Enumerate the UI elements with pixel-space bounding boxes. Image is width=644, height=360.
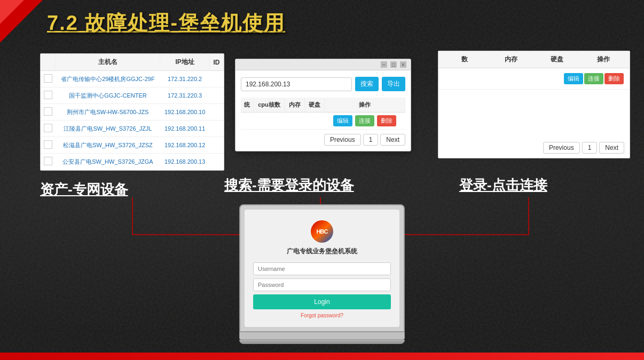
connect-button[interactable]: 连接 [355,115,374,126]
bottom-bar [0,353,644,360]
right-delete-button[interactable]: 删除 [604,73,624,84]
laptop-base [239,332,405,340]
corner-decoration [0,0,43,43]
ip-cell: 172.31.220.3 [160,87,209,104]
hostname-cell[interactable]: 省广电传输中心29楼机房GGJC-29F [56,71,160,87]
password-field[interactable] [253,278,391,291]
page-title: 7.2 故障处理-堡垒机使用 [47,10,285,37]
checkbox[interactable] [44,74,52,83]
hostname-cell[interactable]: 公安县广电SW_HW_S3726_JZGA [56,154,160,170]
col-stats: 统 [241,98,253,113]
edit-button[interactable]: 编辑 [333,115,352,126]
checkbox[interactable] [44,124,52,132]
right-edit-button[interactable]: 编辑 [564,73,583,84]
col-ops: 操作 [580,55,627,64]
search-pagination: Previous 1 Next [241,134,405,146]
previous-button[interactable]: Previous [324,134,361,146]
login-logo: HBC [311,220,333,243]
delete-button[interactable]: 删除 [377,115,396,126]
table-row: 公安县广电SW_HW_S3726_JZGA 192.168.200.13 [41,154,224,170]
login-button[interactable]: Login [253,294,391,309]
username-field[interactable] [253,262,391,275]
col-disk: 硬盘 [304,98,324,113]
search-titlebar: − □ × [235,59,411,70]
col-hostname: 主机名 [56,54,160,71]
search-label: 搜索-需要登录的设备 [224,176,354,195]
ip-cell: 192.168.200.10 [160,104,209,121]
col-checkbox [41,54,56,71]
laptop-stand [239,340,405,344]
col-ip: IP地址 [160,54,209,71]
search-input[interactable] [241,77,352,91]
next-button[interactable]: Next [380,134,405,146]
checkbox[interactable] [44,91,52,99]
hostname-cell[interactable]: 江陵县广电SW_HW_S3726_JZJL [56,121,160,137]
hostname-cell[interactable]: 松滋县广电SW_HW_S3726_JZSZ [56,137,160,154]
right-panel: 数 内存 硬盘 操作 编辑 连接 删除 Previous 1 Next [438,51,630,158]
hostname-cell[interactable]: 国干监测中心GGJC-CENTER [56,87,160,104]
minimize-btn[interactable]: − [381,61,387,68]
table-row: 编辑 连接 删除 [241,113,405,130]
search-button[interactable]: 搜索 [355,77,379,91]
col-disk: 硬盘 [534,55,580,64]
maximize-btn[interactable]: □ [390,61,397,68]
login-label: 登录-点击连接 [459,176,547,195]
checkbox[interactable] [44,140,52,149]
table-row: 松滋县广电SW_HW_S3726_JZSZ 192.168.200.12 [41,137,224,154]
page-wrapper: 7.2 故障处理-堡垒机使用 主机名 IP地址 ID 省广电传输中心29楼机房G… [0,0,644,360]
table-row: 江陵县广电SW_HW_S3726_JZJL 192.168.200.11 [41,121,224,137]
page-number: 1 [363,134,379,146]
ip-cell: 192.168.200.12 [160,137,209,154]
close-btn[interactable]: × [400,61,406,68]
export-button[interactable]: 导出 [382,77,405,91]
asset-label: 资产-专网设备 [40,180,128,199]
right-action-row: 编辑 连接 删除 [438,68,630,90]
login-title: 广电专线业务堡垒机系统 [253,247,391,256]
table-row: 国干监测中心GGJC-CENTER 172.31.220.3 [41,87,224,104]
col-ops: 操作 [324,98,405,113]
right-pagination: Previous 1 Next [438,138,630,158]
laptop-screen: HBC 广电专线业务堡垒机系统 Login Forgot password? [239,204,405,332]
checkbox[interactable] [44,107,52,116]
col-id: ID [209,54,223,71]
right-panel-body: 编辑 连接 删除 [438,68,630,138]
col-count: 数 [442,55,488,64]
search-panel: − □ × 搜索 导出 统 cpu核数 内存 硬盘 操作 [235,59,411,151]
col-mem: 内存 [285,98,305,113]
right-next-button[interactable]: Next [599,142,624,154]
right-panel-header: 数 内存 硬盘 操作 [438,51,630,68]
checkbox[interactable] [44,157,52,165]
col-cpu: cpu核数 [253,98,285,113]
forgot-password-link[interactable]: Forgot password? [253,313,391,318]
right-page-number: 1 [582,142,598,154]
ip-cell: 192.168.200.11 [160,121,209,137]
laptop-container: HBC 广电专线业务堡垒机系统 Login Forgot password? [239,204,405,344]
asset-panel: 主机名 IP地址 ID 省广电传输中心29楼机房GGJC-29F 172.31.… [40,53,224,171]
right-connect-button[interactable]: 连接 [584,73,603,84]
login-box: HBC 广电专线业务堡垒机系统 Login Forgot password? [245,210,399,327]
col-mem: 内存 [488,55,535,64]
hostname-cell[interactable]: 荆州市广电SW-HW-S6700-JZS [56,104,160,121]
table-row: 荆州市广电SW-HW-S6700-JZS 192.168.200.10 [41,104,224,121]
ip-cell: 192.168.200.13 [160,154,209,170]
table-row: 省广电传输中心29楼机房GGJC-29F 172.31.220.2 [41,71,224,87]
ip-cell: 172.31.220.2 [160,71,209,87]
right-previous-button[interactable]: Previous [543,142,580,154]
